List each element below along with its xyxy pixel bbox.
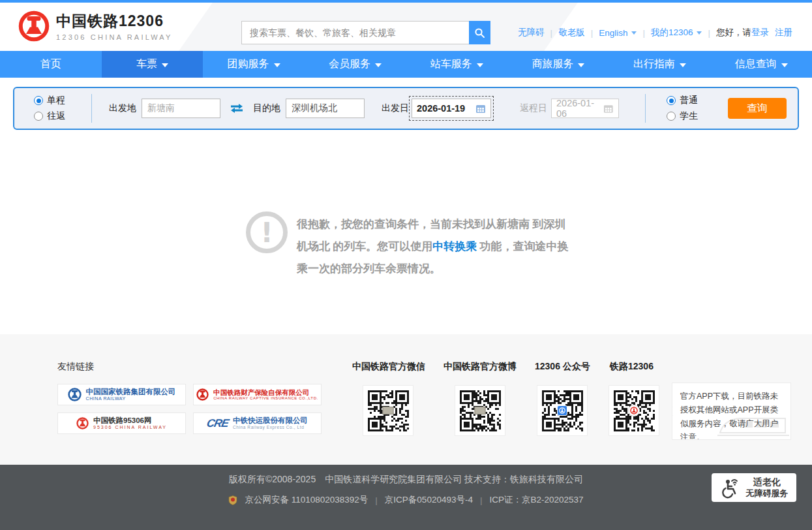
partner-link-95306[interactable]: 中国铁路95306网 95306 CHINA RAILWAY: [57, 413, 186, 434]
qr-code-weibo: [455, 385, 505, 436]
chevron-down-icon: [162, 63, 168, 67]
chevron-down-icon: [680, 63, 686, 67]
qr-code-wechat: [363, 385, 414, 436]
normal-label: 普通: [680, 95, 698, 106]
qr-center-image: [383, 407, 394, 414]
no-trains-message: 很抱歉，按您的查询条件，当前未找到从新塘南 到深圳机场北 的列车。您可以使用中转…: [297, 213, 576, 280]
from-station-input[interactable]: [142, 99, 220, 118]
passenger-type-group: 普通 学生: [667, 95, 710, 122]
app-download-notice: 官方APP下载，目前铁路未授权其他网站或APP开展类似服务内容，敬请广大用户注意…: [672, 382, 791, 440]
chevron-down-icon: [631, 31, 637, 35]
student-passenger-radio[interactable]: 学生: [667, 110, 710, 122]
chevron-down-icon: [477, 63, 483, 67]
search-button[interactable]: [469, 21, 490, 44]
calendar-icon: [475, 104, 486, 114]
transfer-link[interactable]: 中转换乘: [432, 240, 477, 253]
nav-label: 站车服务: [430, 57, 472, 71]
partner-subname: 95306 CHINA RAILWAY: [93, 425, 167, 430]
radio-selected-icon: [34, 96, 43, 105]
calendar-icon: [603, 104, 614, 114]
partner-name: 中国国家铁路集团有限公司: [86, 388, 176, 396]
separator: |: [550, 28, 553, 38]
police-badge-icon: [228, 495, 237, 505]
qr-label-official-account: 12306 公众号: [535, 361, 590, 373]
chevron-down-icon: [697, 31, 702, 35]
nav-item-travel-guide[interactable]: 出行指南: [609, 51, 711, 78]
partner-link-captive-insurance[interactable]: 中国铁路财产保险自保有限公司 CHINA RAILWAY CAPTIVE INS…: [193, 384, 322, 405]
nav-item-home[interactable]: 首页: [0, 51, 102, 78]
round-trip-label: 往返: [47, 110, 65, 122]
student-label: 学生: [680, 110, 698, 122]
radio-icon: [34, 112, 43, 121]
china-railway-emblem-icon: [196, 388, 209, 401]
query-button[interactable]: 查询: [728, 98, 787, 119]
beian-link[interactable]: 京公网安备 11010802038392号: [245, 494, 368, 506]
qr-label-wechat: 中国铁路官方微信: [352, 361, 425, 373]
nav-item-tickets[interactable]: 车票: [102, 51, 203, 78]
swap-stations-icon[interactable]: [230, 103, 244, 114]
registration-line: 京公网安备 11010802038392号 | 京ICP备05020493号-4…: [0, 494, 812, 506]
round-trip-radio[interactable]: 往返: [34, 110, 81, 122]
site-search: [241, 21, 490, 44]
one-way-radio[interactable]: 单程: [34, 95, 81, 106]
depart-date-label: 出发日: [382, 102, 409, 114]
partner-link-china-railway-express[interactable]: CRE 中铁快运股份有限公司 China Railway Express Co.…: [193, 413, 322, 434]
search-input[interactable]: [241, 21, 469, 44]
site-logo[interactable]: 中国铁路12306 12306 CHINA RAILWAY: [18, 10, 173, 42]
nav-label: 车票: [136, 57, 157, 71]
separator: |: [642, 28, 645, 38]
nav-item-business-travel[interactable]: 商旅服务: [507, 51, 609, 78]
qr-label-app: 铁路12306: [610, 361, 654, 373]
depart-date-field[interactable]: 2026-01-19: [412, 99, 491, 118]
ticket-query-panel: 单程 往返 出发地 目的地 出发日 2026-01-19: [13, 87, 799, 130]
partner-subname: China Railway Express Co., Ltd: [233, 425, 308, 429]
english-link[interactable]: English: [599, 28, 627, 38]
nav-item-group-services[interactable]: 团购服务: [203, 51, 305, 78]
china-railway-emblem-icon: [18, 10, 50, 42]
icp-record-link[interactable]: 京ICP备05020493号-4: [385, 494, 473, 506]
search-icon: [474, 27, 485, 39]
partner-subname: CHINA RAILWAY CAPTIVE INSURANCE CO.,LTD.: [213, 396, 318, 401]
copyright-text: 版权所有©2008-2025 中国铁道科学研究院集团有限公司 技术支持：铁旅科技…: [0, 465, 812, 486]
separator: |: [708, 28, 710, 38]
elder-accessibility-badge[interactable]: 适老化 无障碍服务: [712, 473, 796, 502]
cre-logo: CRE: [205, 417, 230, 430]
nav-label: 会员服务: [329, 57, 370, 71]
nav-item-info-query[interactable]: 信息查询: [710, 51, 812, 78]
icp-license-link[interactable]: ICP证：京B2-20202537: [489, 494, 583, 506]
to-station-input[interactable]: [286, 99, 365, 118]
china-railway-emblem-icon: [68, 388, 82, 401]
chevron-down-icon: [375, 63, 382, 67]
my-12306-link[interactable]: 我的12306: [651, 27, 693, 39]
footer: 友情链接 中国国家铁路集团有限公司 CHINA RAILWAY 中国铁路财产: [0, 334, 812, 465]
friendly-links-title: 友情链接: [57, 361, 94, 373]
qr-code-railway-12306-app: [609, 385, 659, 436]
divider: [645, 94, 646, 123]
chevron-down-icon: [274, 63, 280, 67]
accessibility-link[interactable]: 无障碍: [518, 27, 545, 39]
partner-link-china-railway-group[interactable]: 中国国家铁路集团有限公司 CHINA RAILWAY: [57, 384, 186, 405]
bottom-bar: 版权所有©2008-2025 中国铁道科学研究院集团有限公司 技术支持：铁旅科技…: [0, 465, 812, 530]
qr-center-image: [475, 407, 486, 414]
register-link[interactable]: 注册: [775, 27, 792, 39]
wheelchair-wifi-icon: [720, 476, 741, 499]
partner-name: 中国铁路财产保险自保有限公司: [213, 388, 318, 396]
partner-name: 中铁快运股份有限公司: [233, 416, 308, 425]
trip-type-group: 单程 往返: [34, 95, 81, 122]
greeting-text: 您好，请: [716, 27, 751, 39]
header: 中国铁路12306 12306 CHINA RAILWAY 无障碍 | 敬老版 …: [0, 3, 812, 51]
qr-center-12306-logo: [557, 405, 567, 416]
partner-subname: CHINA RAILWAY: [86, 396, 176, 401]
logo-title: 中国铁路12306: [56, 11, 173, 31]
return-date-value: 2026-01-06: [556, 98, 603, 119]
qr-label-weibo: 中国铁路官方微博: [444, 361, 517, 373]
senior-version-link[interactable]: 敬老版: [558, 27, 585, 39]
page: 中国铁路12306 12306 CHINA RAILWAY 无障碍 | 敬老版 …: [0, 0, 812, 530]
normal-passenger-radio[interactable]: 普通: [667, 95, 710, 106]
login-link[interactable]: 登录: [751, 27, 769, 39]
return-date-label: 返程日: [520, 102, 547, 114]
nav-item-member-services[interactable]: 会员服务: [305, 51, 406, 78]
nav-item-station-services[interactable]: 站车服务: [406, 51, 508, 78]
nav-label: 信息查询: [735, 57, 777, 71]
header-links: 无障碍 | 敬老版 | English | 我的12306 | 您好，请 登录 …: [518, 27, 792, 39]
